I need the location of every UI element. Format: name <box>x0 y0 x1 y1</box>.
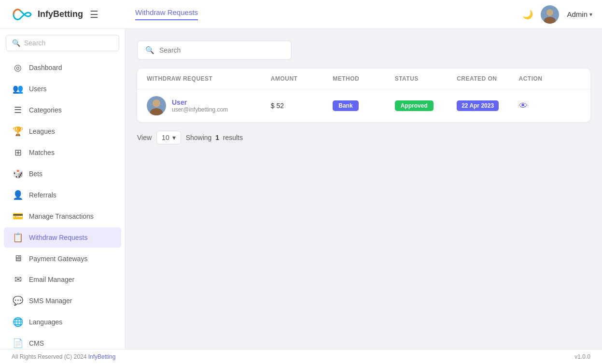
sidebar-item-label: Matches <box>29 149 55 156</box>
referrals-icon: 👤 <box>13 190 23 200</box>
row-status: Approved <box>395 100 457 111</box>
sidebar-item-payment-gateways[interactable]: 🖥 Payment Gateways <box>4 249 121 268</box>
view-label: View <box>137 134 152 141</box>
user-cell: User user@infybetting.com <box>147 96 271 115</box>
row-action[interactable]: 👁 <box>519 101 581 111</box>
sidebar-item-dashboard[interactable]: ◎ Dashboard <box>4 57 121 78</box>
user-email: user@infybetting.com <box>172 106 228 113</box>
sidebar-item-label: Dashboard <box>29 64 62 71</box>
sidebar-search-icon: 🔍 <box>12 39 20 47</box>
sidebar-item-label: Languages <box>29 318 62 326</box>
row-avatar <box>147 96 166 115</box>
cms-icon: 📄 <box>13 338 23 349</box>
sidebar-item-label: SMS Manager <box>29 297 72 305</box>
sidebar-item-sms-manager[interactable]: 💬 SMS Manager <box>4 291 121 311</box>
admin-label[interactable]: Admin ▾ <box>567 10 592 18</box>
sidebar-item-label: Leagues <box>29 127 55 135</box>
manage-transactions-icon: 💳 <box>13 211 23 222</box>
date-badge: 22 Apr 2023 <box>457 100 499 111</box>
categories-icon: ☰ <box>13 105 23 115</box>
sidebar-item-bets[interactable]: 🎲 Bets <box>4 164 121 184</box>
sidebar-item-manage-transactions[interactable]: 💳 Manage Transactions <box>4 206 121 226</box>
sidebar-item-referrals[interactable]: 👤 Referrals <box>4 185 121 205</box>
logo-area: InfyBetting ☰ <box>10 6 126 23</box>
sidebar-item-label: Withdraw Requests <box>29 234 87 241</box>
sidebar-item-label: CMS <box>29 339 44 347</box>
main-layout: 🔍 Search ◎ Dashboard 👥 Users ☰ Categorie… <box>0 29 602 349</box>
dark-mode-icon[interactable]: 🌙 <box>522 9 533 20</box>
col-status: STATUS <box>395 75 457 82</box>
sidebar-item-label: Users <box>29 85 47 93</box>
content-area: 🔍 WITHDRAW REQUEST AMOUNT METHOD STATUS … <box>126 29 602 349</box>
sidebar-search[interactable]: 🔍 Search <box>6 35 119 51</box>
table-container: WITHDRAW REQUEST AMOUNT METHOD STATUS CR… <box>137 69 590 122</box>
table-header: WITHDRAW REQUEST AMOUNT METHOD STATUS CR… <box>137 69 590 89</box>
method-badge: Bank <box>333 100 358 111</box>
sidebar-item-label: Payment Gateways <box>29 255 87 263</box>
leagues-icon: 🏆 <box>13 126 23 137</box>
row-amount: $ 52 <box>271 102 333 110</box>
sidebar: 🔍 Search ◎ Dashboard 👥 Users ☰ Categorie… <box>0 29 126 349</box>
user-info: User user@infybetting.com <box>172 98 228 113</box>
sidebar-item-withdraw-requests[interactable]: 📋 Withdraw Requests <box>4 227 121 248</box>
chevron-down-icon: ▾ <box>589 11 592 18</box>
header: InfyBetting ☰ Withdraw Requests 🌙 Admin … <box>0 0 602 29</box>
svg-point-1 <box>546 9 553 16</box>
col-created-on: CREATED ON <box>457 75 518 82</box>
sidebar-item-categories[interactable]: ☰ Categories <box>4 100 121 120</box>
user-name[interactable]: User <box>172 98 228 106</box>
table-row: User user@infybetting.com $ 52 Bank Appr… <box>137 89 590 122</box>
users-icon: 👥 <box>13 84 23 94</box>
sidebar-item-label: Email Manager <box>29 276 74 283</box>
col-method: METHOD <box>333 75 394 82</box>
sidebar-search-text: Search <box>24 39 45 47</box>
hamburger-icon[interactable]: ☰ <box>90 9 98 20</box>
chevron-down-icon: ▾ <box>172 134 176 141</box>
email-manager-icon: ✉ <box>13 274 23 285</box>
footer-bar: All Rights Reserved (C) 2024 InfyBetting… <box>0 349 602 364</box>
row-created-on: 22 Apr 2023 <box>457 100 518 111</box>
sidebar-item-languages[interactable]: 🌐 Languages <box>4 312 121 332</box>
withdraw-requests-icon: 📋 <box>13 232 23 243</box>
content-search-input[interactable] <box>159 46 283 54</box>
dashboard-icon: ◎ <box>13 62 23 73</box>
payment-gateways-icon: 🖥 <box>13 253 23 264</box>
showing-text: Showing 1 results <box>186 134 243 141</box>
status-badge: Approved <box>395 100 434 111</box>
sidebar-item-leagues[interactable]: 🏆 Leagues <box>4 121 121 141</box>
sidebar-item-email-manager[interactable]: ✉ Email Manager <box>4 269 121 290</box>
per-page-value: 10 <box>162 134 169 141</box>
svg-point-4 <box>153 99 160 107</box>
per-page-select[interactable]: 10 ▾ <box>156 131 181 144</box>
row-method: Bank <box>333 100 394 111</box>
app-version: v1.0.0 <box>574 353 590 360</box>
col-action: ACTION <box>519 75 581 82</box>
content-search-icon: 🔍 <box>145 46 154 55</box>
header-right: 🌙 Admin ▾ <box>522 5 592 24</box>
avatar <box>541 5 559 24</box>
sidebar-item-label: Manage Transactions <box>29 212 94 220</box>
sidebar-item-label: Referrals <box>29 191 56 199</box>
sms-manager-icon: 💬 <box>13 295 23 306</box>
col-withdraw-request: WITHDRAW REQUEST <box>147 75 271 82</box>
sidebar-item-cms[interactable]: 📄 CMS <box>4 333 121 349</box>
sidebar-item-label: Categories <box>29 106 62 114</box>
bets-icon: 🎲 <box>13 168 23 179</box>
footer-copyright: All Rights Reserved (C) 2024 InfyBetting <box>12 353 115 360</box>
active-nav-tab[interactable]: Withdraw Requests <box>135 8 198 20</box>
view-icon[interactable]: 👁 <box>519 101 528 111</box>
languages-icon: 🌐 <box>13 317 23 327</box>
sidebar-item-matches[interactable]: ⊞ Matches <box>4 142 121 163</box>
content-search-bar[interactable]: 🔍 <box>137 41 292 60</box>
pagination-row: View 10 ▾ Showing 1 results <box>137 131 590 144</box>
sidebar-item-label: Bets <box>29 170 42 178</box>
footer-link[interactable]: InfyBetting <box>88 353 116 360</box>
matches-icon: ⊞ <box>13 147 23 158</box>
sidebar-item-users[interactable]: 👥 Users <box>4 79 121 99</box>
col-amount: AMOUNT <box>271 75 333 82</box>
app-name: InfyBetting <box>38 9 83 19</box>
logo-icon <box>10 6 33 23</box>
